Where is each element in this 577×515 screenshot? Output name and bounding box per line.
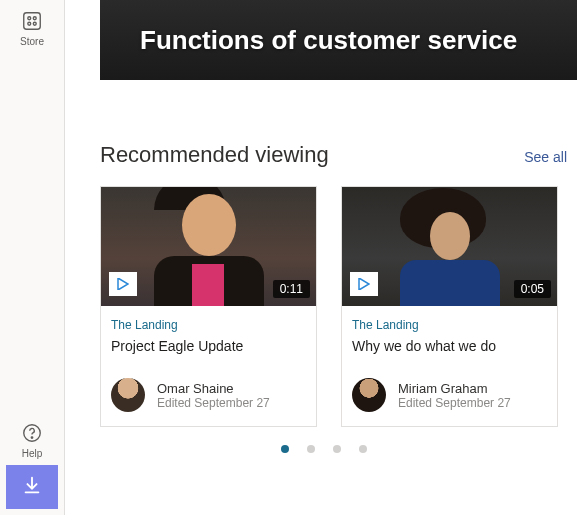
edited-date: Edited September 27 xyxy=(157,396,270,410)
video-thumbnail: 0:05 xyxy=(342,187,557,306)
video-author: Omar Shaine Edited September 27 xyxy=(111,378,306,412)
download-button[interactable] xyxy=(6,465,58,509)
avatar xyxy=(352,378,386,412)
help-icon xyxy=(21,422,43,448)
video-title: Why we do what we do xyxy=(352,338,547,354)
svg-point-6 xyxy=(31,437,32,438)
see-all-link[interactable]: See all xyxy=(524,149,567,165)
store-icon xyxy=(21,10,43,36)
carousel-dot[interactable] xyxy=(333,445,341,453)
svg-point-2 xyxy=(33,17,36,20)
left-rail: Store Help xyxy=(0,0,65,515)
hero-banner[interactable]: Functions of customer service xyxy=(100,0,577,80)
carousel-dots xyxy=(70,445,577,453)
video-card[interactable]: 0:11 The Landing Project Eagle Update Om… xyxy=(100,186,317,427)
help-label: Help xyxy=(22,448,43,459)
video-category[interactable]: The Landing xyxy=(111,318,306,332)
hero-title: Functions of customer service xyxy=(140,25,517,56)
play-icon xyxy=(350,272,378,296)
author-name: Miriam Graham xyxy=(398,381,511,396)
carousel-dot[interactable] xyxy=(307,445,315,453)
help-button[interactable]: Help xyxy=(7,416,57,465)
carousel-dot[interactable] xyxy=(359,445,367,453)
edited-date: Edited September 27 xyxy=(398,396,511,410)
section-header: Recommended viewing See all xyxy=(100,142,577,168)
svg-point-4 xyxy=(33,22,36,25)
carousel-dot[interactable] xyxy=(281,445,289,453)
video-category[interactable]: The Landing xyxy=(352,318,547,332)
video-card[interactable]: 0:05 The Landing Why we do what we do Mi… xyxy=(341,186,558,427)
avatar xyxy=(111,378,145,412)
video-cards-row: 0:11 The Landing Project Eagle Update Om… xyxy=(100,186,577,427)
main-content: Functions of customer service Recommende… xyxy=(65,0,577,515)
video-duration: 0:11 xyxy=(273,280,310,298)
svg-rect-0 xyxy=(24,13,41,30)
video-title: Project Eagle Update xyxy=(111,338,306,354)
store-label: Store xyxy=(20,36,44,47)
video-author: Miriam Graham Edited September 27 xyxy=(352,378,547,412)
author-name: Omar Shaine xyxy=(157,381,270,396)
video-duration: 0:05 xyxy=(514,280,551,298)
svg-point-3 xyxy=(28,22,31,25)
svg-point-1 xyxy=(28,17,31,20)
store-button[interactable]: Store xyxy=(7,4,57,53)
section-title: Recommended viewing xyxy=(100,142,524,168)
download-icon xyxy=(21,474,43,500)
video-thumbnail: 0:11 xyxy=(101,187,316,306)
play-icon xyxy=(109,272,137,296)
